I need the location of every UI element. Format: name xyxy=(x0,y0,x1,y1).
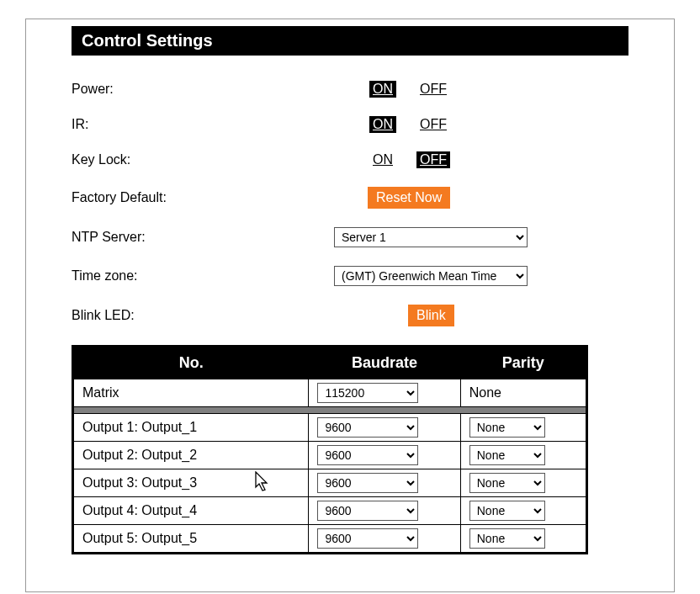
output-parity-cell: None xyxy=(460,497,586,525)
output-baud-select[interactable]: 9600 xyxy=(317,528,418,549)
header-baudrate: Baudrate xyxy=(309,347,460,379)
blink-row: Blink LED: Blink xyxy=(72,305,628,326)
output-parity-select[interactable]: None xyxy=(469,528,545,549)
output-baud-cell: 9600 xyxy=(309,414,460,442)
header-no: No. xyxy=(73,347,309,379)
blink-label: Blink LED: xyxy=(72,308,334,323)
factory-label: Factory Default: xyxy=(72,190,334,205)
reset-now-button[interactable]: Reset Now xyxy=(368,187,450,209)
ir-on-button[interactable]: ON xyxy=(369,116,396,133)
keylock-row: Key Lock: ON OFF xyxy=(72,151,628,168)
power-toggle-group: ON OFF xyxy=(369,81,450,98)
table-row: Output 3: Output_39600None xyxy=(73,469,587,497)
timezone-select[interactable]: (GMT) Greenwich Mean Time xyxy=(334,266,528,286)
table-divider xyxy=(73,407,587,414)
output-parity-select[interactable]: None xyxy=(469,501,545,521)
ir-off-button[interactable]: OFF xyxy=(416,116,450,133)
keylock-toggle-group: ON OFF xyxy=(369,151,450,168)
ir-row: IR: ON OFF xyxy=(72,116,628,133)
power-on-button[interactable]: ON xyxy=(369,81,396,98)
timezone-row: Time zone: (GMT) Greenwich Mean Time xyxy=(72,266,628,286)
output-baud-cell: 9600 xyxy=(309,469,460,497)
matrix-row: Matrix 115200 None xyxy=(73,379,587,407)
output-parity-select[interactable]: None xyxy=(469,473,545,493)
table-row: Output 1: Output_19600None xyxy=(73,414,587,442)
output-name: Output 5: Output_5 xyxy=(73,525,309,554)
power-label: Power: xyxy=(72,82,334,97)
output-parity-cell: None xyxy=(460,442,586,469)
output-name: Output 1: Output_1 xyxy=(73,414,309,442)
output-parity-cell: None xyxy=(460,414,586,442)
table-row: Output 2: Output_29600None xyxy=(73,442,587,469)
ntp-label: NTP Server: xyxy=(72,230,334,245)
header-parity: Parity xyxy=(460,347,586,379)
power-row: Power: ON OFF xyxy=(72,81,628,98)
output-parity-cell: None xyxy=(460,525,586,554)
factory-row: Factory Default: Reset Now xyxy=(72,187,628,209)
output-baud-cell: 9600 xyxy=(309,525,460,554)
output-name: Output 3: Output_3 xyxy=(73,469,309,497)
output-name: Output 4: Output_4 xyxy=(73,497,309,525)
panel-content: Control Settings Power: ON OFF IR: ON OF… xyxy=(26,26,674,554)
ntp-server-select[interactable]: Server 1 xyxy=(334,227,528,247)
table-row: Output 4: Output_49600None xyxy=(73,497,587,525)
output-baud-cell: 9600 xyxy=(309,442,460,469)
output-baud-select[interactable]: 9600 xyxy=(317,473,418,493)
page-title: Control Settings xyxy=(72,26,628,56)
output-baud-cell: 9600 xyxy=(309,497,460,525)
output-parity-cell: None xyxy=(460,469,586,497)
matrix-baud-cell: 115200 xyxy=(309,379,460,407)
matrix-baud-select[interactable]: 115200 xyxy=(317,383,418,403)
keylock-on-button[interactable]: ON xyxy=(369,151,396,168)
ir-label: IR: xyxy=(72,117,334,132)
baudrate-table: No. Baudrate Parity Matrix 115200 None xyxy=(72,345,588,554)
output-baud-select[interactable]: 9600 xyxy=(317,417,418,438)
power-off-button[interactable]: OFF xyxy=(416,81,450,98)
matrix-parity: None xyxy=(460,379,586,407)
output-parity-select[interactable]: None xyxy=(469,445,545,465)
table-row: Output 5: Output_59600None xyxy=(73,525,587,554)
timezone-label: Time zone: xyxy=(72,268,334,284)
output-baud-select[interactable]: 9600 xyxy=(317,445,418,465)
table-header-row: No. Baudrate Parity xyxy=(73,347,587,379)
blink-button[interactable]: Blink xyxy=(408,305,454,326)
keylock-off-button[interactable]: OFF xyxy=(416,151,450,168)
output-baud-select[interactable]: 9600 xyxy=(317,501,418,521)
output-parity-select[interactable]: None xyxy=(469,417,545,438)
matrix-name: Matrix xyxy=(73,379,309,407)
ntp-row: NTP Server: Server 1 xyxy=(72,227,628,247)
keylock-label: Key Lock: xyxy=(72,152,334,167)
output-name: Output 2: Output_2 xyxy=(73,442,309,469)
ir-toggle-group: ON OFF xyxy=(369,116,450,133)
panel-frame: Control Settings Power: ON OFF IR: ON OF… xyxy=(25,19,675,592)
